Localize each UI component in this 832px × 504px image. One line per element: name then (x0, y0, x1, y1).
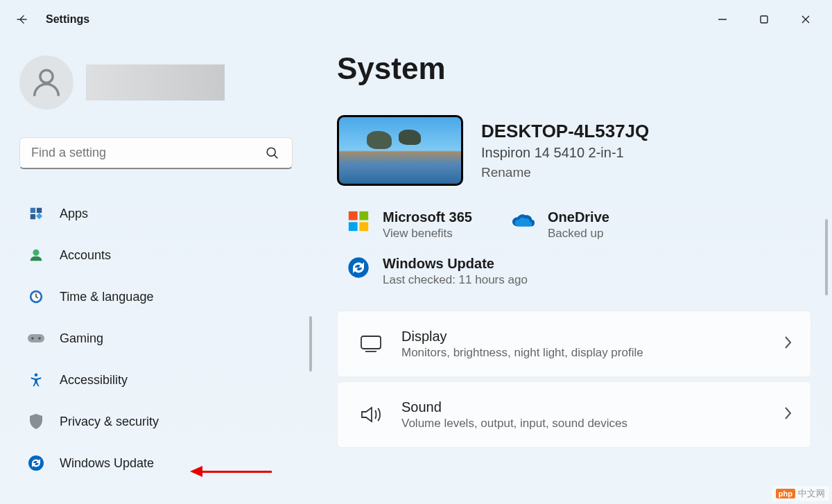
time-language-icon (28, 288, 44, 305)
svg-rect-1 (761, 16, 768, 23)
svg-rect-22 (361, 336, 381, 349)
status-sub: Backed up (548, 227, 609, 241)
svg-line-4 (275, 155, 278, 159)
main-panel: System DESKTOP-4L537JQ Inspiron 14 5410 … (312, 39, 832, 504)
sidebar-item-time-language[interactable]: Time & language (19, 280, 293, 313)
status-row-2: Windows Update Last checked: 11 hours ag… (337, 256, 811, 287)
sidebar-item-accessibility[interactable]: Accessibility (19, 363, 293, 397)
search-input[interactable] (19, 137, 293, 169)
main-scrollbar[interactable] (825, 219, 828, 295)
svg-rect-19 (349, 222, 358, 231)
maximize-button[interactable] (743, 6, 785, 33)
sidebar: Apps Accounts Time & language Gaming Acc… (0, 39, 312, 504)
chevron-right-icon (783, 406, 792, 424)
sidebar-item-apps[interactable]: Apps (19, 197, 293, 230)
svg-rect-6 (37, 208, 42, 213)
minimize-icon (718, 15, 727, 24)
device-info: DESKTOP-4L537JQ Inspiron 14 5410 2-in-1 … (481, 121, 649, 180)
user-block[interactable] (19, 55, 293, 110)
sidebar-item-label: Gaming (60, 331, 103, 346)
sound-icon (358, 402, 383, 427)
avatar (19, 55, 73, 110)
settings-list: Display Monitors, brightness, night ligh… (337, 311, 811, 448)
sidebar-item-accounts[interactable]: Accounts (19, 238, 293, 272)
arrow-line (202, 471, 272, 473)
back-button[interactable] (8, 6, 36, 33)
privacy-security-icon (28, 413, 44, 430)
close-button[interactable] (785, 6, 826, 33)
device-name: DESKTOP-4L537JQ (481, 121, 649, 142)
page-title: System (337, 51, 811, 86)
svg-rect-20 (359, 222, 368, 231)
windows-update-icon (28, 455, 44, 471)
status-sub: Last checked: 11 hours ago (383, 273, 528, 287)
setting-sub: Volume levels, output, input, sound devi… (401, 417, 627, 431)
maximize-icon (759, 15, 769, 24)
setting-title: Display (401, 329, 643, 345)
svg-point-14 (38, 337, 41, 340)
sidebar-item-label: Time & language (60, 290, 153, 304)
rename-link[interactable]: Rename (481, 165, 649, 180)
minimize-button[interactable] (702, 6, 743, 33)
status-title: OneDrive (548, 209, 609, 225)
setting-display[interactable]: Display Monitors, brightness, night ligh… (337, 311, 811, 377)
status-title: Microsoft 365 (383, 209, 472, 225)
search-icon (265, 146, 280, 164)
sidebar-item-label: Accounts (60, 248, 111, 263)
search-wrap (19, 137, 293, 169)
content: Apps Accounts Time & language Gaming Acc… (0, 39, 832, 504)
status-ms365[interactable]: Microsoft 365 View benefits (347, 209, 492, 241)
chevron-right-icon (783, 335, 792, 353)
microsoft-365-icon (347, 209, 370, 233)
svg-rect-7 (31, 214, 35, 219)
status-onedrive[interactable]: OneDrive Backed up (512, 209, 609, 241)
svg-point-9 (33, 250, 39, 256)
app-title: Settings (46, 13, 89, 26)
nav-list: Apps Accounts Time & language Gaming Acc… (19, 197, 293, 480)
sidebar-item-label: Apps (60, 207, 88, 221)
person-icon (28, 64, 64, 101)
svg-rect-17 (349, 211, 358, 220)
accounts-icon (28, 247, 44, 263)
onedrive-icon (512, 209, 535, 233)
watermark: php 中文网 (772, 486, 829, 501)
status-windows-update[interactable]: Windows Update Last checked: 11 hours ag… (347, 256, 528, 287)
sidebar-item-privacy-security[interactable]: Privacy & security (19, 405, 293, 438)
status-title: Windows Update (383, 256, 528, 272)
device-thumbnail[interactable] (337, 115, 463, 186)
svg-rect-5 (31, 208, 35, 213)
svg-rect-18 (359, 211, 368, 220)
svg-point-13 (31, 337, 34, 340)
setting-sound[interactable]: Sound Volume levels, output, input, soun… (337, 381, 811, 448)
arrow-annotation (190, 466, 272, 477)
window-controls (702, 6, 826, 33)
svg-rect-12 (28, 334, 44, 342)
device-model: Inspiron 14 5410 2-in-1 (481, 145, 649, 161)
sidebar-item-label: Accessibility (60, 373, 128, 388)
apps-icon (28, 205, 44, 222)
close-icon (801, 15, 811, 24)
display-icon (358, 331, 383, 356)
sidebar-item-label: Privacy & security (60, 415, 159, 429)
gaming-icon (28, 330, 44, 347)
svg-marker-8 (36, 213, 42, 219)
accessibility-icon (28, 372, 44, 388)
device-block: DESKTOP-4L537JQ Inspiron 14 5410 2-in-1 … (337, 115, 811, 186)
sidebar-item-gaming[interactable]: Gaming (19, 322, 293, 355)
sidebar-item-label: Windows Update (60, 456, 154, 471)
windows-update-status-icon (347, 256, 370, 279)
titlebar: Settings (0, 0, 832, 39)
status-row-1: Microsoft 365 View benefits OneDrive Bac… (337, 209, 811, 241)
setting-title: Sound (401, 399, 627, 415)
svg-point-3 (267, 148, 275, 156)
back-icon (15, 12, 29, 26)
svg-point-2 (40, 70, 53, 82)
setting-sub: Monitors, brightness, night light, displ… (401, 346, 643, 360)
svg-point-15 (35, 373, 38, 376)
status-sub: View benefits (383, 227, 472, 241)
arrow-head-icon (190, 466, 202, 477)
user-name-redacted (86, 64, 225, 101)
